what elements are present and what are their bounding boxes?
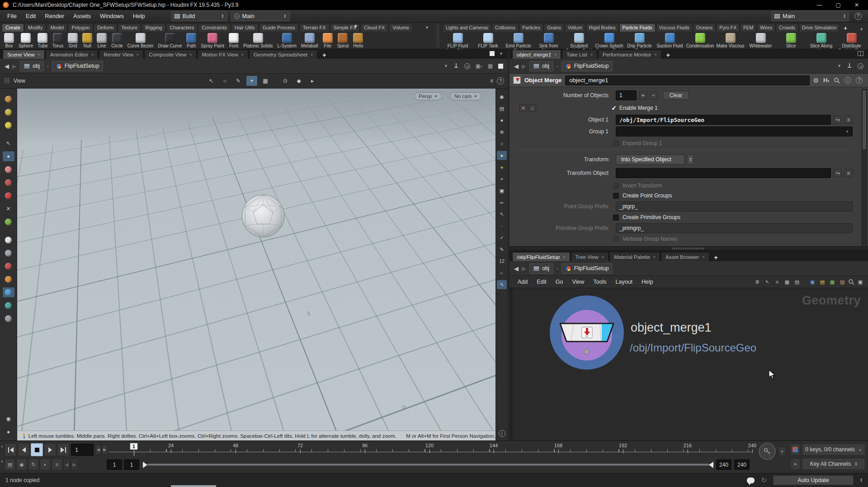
secure-selection-icon[interactable]: ● xyxy=(3,151,14,161)
camera-menu[interactable]: No cam▼ xyxy=(450,92,482,100)
key-all-channels-dropdown[interactable]: Key All Channels ▲▼ xyxy=(802,458,865,470)
object-merge-node[interactable] xyxy=(557,322,617,343)
jump-to-end-button[interactable] xyxy=(57,443,69,456)
shelf-tool[interactable]: Platonic Solids xyxy=(241,33,275,49)
shelf-tool[interactable]: Grid xyxy=(66,33,80,49)
shelf-tab[interactable]: Oceans xyxy=(693,23,716,32)
background-image-icon[interactable]: ▨ xyxy=(838,278,846,286)
next-range-icon[interactable]: ▶ xyxy=(71,459,78,470)
handles-icon[interactable]: + xyxy=(246,76,257,86)
set-key-button[interactable] xyxy=(759,443,776,460)
teal-sphere-tool-icon[interactable] xyxy=(3,300,14,310)
pane-expand-icon[interactable]: ▲ xyxy=(0,459,4,463)
back-icon[interactable]: ◀ xyxy=(5,63,9,70)
radial-menu-icon[interactable] xyxy=(858,63,863,69)
shelf-tool[interactable]: Whitewater xyxy=(745,33,776,49)
viewport[interactable]: Persp▼ No cam▼ 5 -5 Left mouse tumbles. … xyxy=(17,89,495,440)
frame-ruler[interactable]: 1 24487296120144168192216240 xyxy=(108,442,751,456)
create-point-groups-checkbox[interactable] xyxy=(613,193,619,199)
shelf-tool[interactable]: Spiral xyxy=(335,33,351,49)
viewport-info-icon[interactable]: i xyxy=(499,430,505,437)
add-object-button[interactable]: + xyxy=(639,92,647,99)
shelf-tab[interactable]: Wires xyxy=(757,23,775,32)
create-primitive-groups-checkbox[interactable] xyxy=(613,215,619,220)
shelf-tool[interactable]: Suction Fluid xyxy=(655,33,685,49)
shelf-tab[interactable]: Modify xyxy=(24,23,46,32)
object1-field[interactable]: /obj/Import/FlipSourceGeo xyxy=(616,115,831,125)
node-output-connector[interactable] xyxy=(584,349,590,355)
blue-sphere-tool-icon[interactable] xyxy=(3,287,14,297)
shelf-tool[interactable]: Slice xyxy=(776,33,806,49)
range-end-field[interactable]: 240 xyxy=(716,459,731,470)
pane-tab[interactable]: /obj/FlipFluidSetup xyxy=(512,252,570,261)
menu-item[interactable]: Render xyxy=(40,13,69,19)
pane-tab[interactable]: Render View xyxy=(99,50,143,59)
pane-maximize-icon[interactable] xyxy=(490,51,495,56)
search-icon[interactable] xyxy=(834,77,840,84)
shelf-tab[interactable]: Viscous Fluids xyxy=(656,23,693,32)
add-shelf-tab-button[interactable]: + xyxy=(350,23,361,29)
view-eye-icon[interactable]: ◉ xyxy=(497,92,507,101)
verbose-group-names-checkbox[interactable] xyxy=(613,236,619,242)
shelf-tool[interactable]: File xyxy=(321,33,335,49)
shelf-tab[interactable]: Polygon xyxy=(68,23,93,32)
close-tab-icon[interactable] xyxy=(311,52,313,57)
close-tab-icon[interactable] xyxy=(590,52,593,57)
shelf-tool[interactable]: Make Viscous xyxy=(715,33,745,49)
shelf-tab[interactable]: Deform xyxy=(94,23,117,32)
shelf-tab[interactable]: Texture xyxy=(118,23,141,32)
close-tab-icon[interactable] xyxy=(563,255,565,259)
pose-tool-icon[interactable] xyxy=(3,164,14,174)
shelf-tab[interactable]: Pyro FX xyxy=(716,23,740,32)
transform-dropdown[interactable]: Into Specified Object xyxy=(616,155,684,164)
disc-tool-icon[interactable] xyxy=(3,191,14,201)
parameter-vscrollbar[interactable] xyxy=(862,89,867,247)
clear-button[interactable]: Clear xyxy=(663,91,689,100)
row-layout-icon[interactable]: ▤ xyxy=(793,278,801,286)
snapshot-icon[interactable]: ▣ xyxy=(808,278,816,286)
close-tab-icon[interactable] xyxy=(554,52,557,57)
pane-tab[interactable]: Tree View xyxy=(571,252,609,261)
validate-icon[interactable]: ✓ xyxy=(497,233,507,242)
select-mode-icon[interactable]: ↖ xyxy=(206,76,217,86)
pane-tab[interactable]: Take List xyxy=(562,50,597,59)
help-icon[interactable]: ? xyxy=(854,13,862,20)
perspective-menu[interactable]: Persp▼ xyxy=(414,92,442,100)
pane-tab[interactable]: Performance Monitor xyxy=(598,50,661,59)
next-key-icon[interactable]: ▶ xyxy=(102,445,108,454)
pane-tab[interactable]: Composite View xyxy=(144,50,196,59)
op-select-icon[interactable]: ≡ xyxy=(844,116,853,124)
shelf-tool[interactable]: Metaball xyxy=(299,33,321,49)
recook-icon[interactable]: ↻ xyxy=(761,476,767,484)
lock-camera-icon[interactable]: ● xyxy=(497,116,507,125)
remove-merge-icon[interactable]: ✕ xyxy=(519,104,527,112)
panel-icon[interactable]: ▣ xyxy=(856,278,864,286)
settings-tool-icon[interactable]: ● xyxy=(3,427,14,437)
close-tab-icon[interactable] xyxy=(654,52,656,57)
network-menu-item[interactable]: Tools xyxy=(589,279,611,285)
node-chip[interactable]: FlipFluidSetup xyxy=(561,61,613,71)
network-scrollbar[interactable] xyxy=(509,288,512,441)
shelf-tab[interactable]: Hair Utils xyxy=(231,23,259,32)
transform-object-field[interactable] xyxy=(616,168,831,178)
back-icon[interactable]: ◀ xyxy=(514,63,519,70)
group1-field[interactable]: ▼ xyxy=(616,126,853,136)
ghost-objects-icon[interactable]: ▦ xyxy=(488,63,493,69)
close-tab-icon[interactable] xyxy=(702,255,704,259)
menu-item[interactable]: Assets xyxy=(69,13,95,19)
network-menu-item[interactable]: Help xyxy=(637,279,658,285)
playbar-options-icon[interactable]: ▤ xyxy=(5,459,15,470)
headlight-icon[interactable]: ● xyxy=(497,151,507,160)
annotate-icon[interactable]: ✎ xyxy=(497,245,507,254)
keyframe-options-icon[interactable] xyxy=(790,444,800,455)
network-canvas[interactable]: Geometry object_merge1 /obj/Import/FlipS… xyxy=(509,288,868,441)
shelf-tool[interactable]: Helix xyxy=(351,33,365,49)
shelf-tab[interactable]: Create xyxy=(2,23,24,32)
axis-icon[interactable]: + xyxy=(497,174,507,183)
close-button[interactable]: ✕ xyxy=(854,2,859,8)
select-icon[interactable]: ↖ xyxy=(763,278,771,286)
paint-tool-icon[interactable] xyxy=(3,94,14,104)
forward-icon[interactable]: ▶ xyxy=(522,63,526,70)
snapshot-dropdown-icon[interactable]: ▣▾ xyxy=(476,63,482,69)
menu-item[interactable]: File xyxy=(3,13,21,19)
